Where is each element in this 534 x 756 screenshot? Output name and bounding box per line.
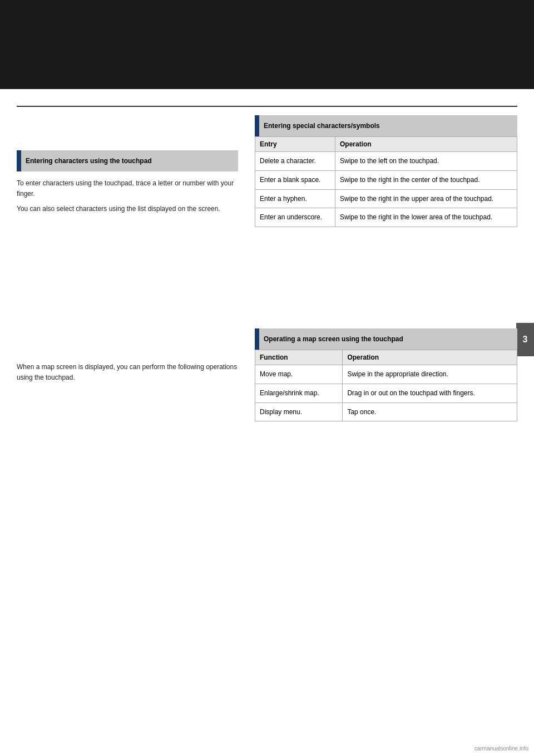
table-row: Enter a blank space.Swipe to the right i… bbox=[255, 170, 517, 189]
table1-entry-3: Enter an underscore. bbox=[255, 208, 335, 227]
table1-header-label: Entering special characters/symbols bbox=[259, 115, 517, 136]
table1-operation-2: Swipe to the right in the upper area of … bbox=[335, 189, 517, 208]
table1-blue-bar bbox=[255, 115, 259, 136]
table2-header-label: Operating a map screen using the touchpa… bbox=[259, 328, 517, 350]
table2: Function Operation Move map.Swipe in the… bbox=[255, 350, 517, 421]
table2-operation-1: Drag in or out on the touchpad with fing… bbox=[343, 384, 517, 402]
bottom-logo: carmanualsonline.info bbox=[474, 745, 528, 752]
table1-header-text: Entering special characters/symbols bbox=[264, 122, 380, 130]
table1-col-operation: Operation bbox=[335, 137, 517, 152]
left-section-header: Entering characters using the touchpad bbox=[21, 150, 238, 171]
table2-header-row: Function Operation bbox=[255, 350, 517, 365]
table2-function-1: Enlarge/shrink map. bbox=[255, 384, 343, 402]
table2-col-function: Function bbox=[255, 350, 343, 365]
page-number-tab: 3 bbox=[516, 323, 534, 356]
table2-function-2: Display menu. bbox=[255, 402, 343, 421]
left-section-blue-bar bbox=[17, 150, 21, 171]
table2-operation-0: Swipe in the appropriate direction. bbox=[343, 365, 517, 384]
left-body-text-1: To enter characters using the touchpad, … bbox=[17, 178, 244, 219]
table1-container: Entry Operation Delete a character.Swipe… bbox=[255, 136, 517, 227]
table1-entry-0: Delete a character. bbox=[255, 152, 335, 171]
table2-col-operation: Operation bbox=[343, 350, 517, 365]
table-row: Enlarge/shrink map.Drag in or out on the… bbox=[255, 384, 517, 402]
table1: Entry Operation Delete a character.Swipe… bbox=[255, 136, 517, 227]
table2-blue-bar bbox=[255, 328, 259, 350]
table2-header-text: Operating a map screen using the touchpa… bbox=[264, 335, 403, 343]
top-banner bbox=[0, 0, 534, 89]
table-row: Enter an underscore.Swipe to the right i… bbox=[255, 208, 517, 227]
divider-line bbox=[17, 106, 517, 107]
table1-entry-1: Enter a blank space. bbox=[255, 170, 335, 189]
left-section-header-label: Entering characters using the touchpad bbox=[26, 157, 152, 165]
table2-operation-2: Tap once. bbox=[343, 402, 517, 421]
table2-function-0: Move map. bbox=[255, 365, 343, 384]
table1-header-row: Entry Operation bbox=[255, 137, 517, 152]
table1-col-entry: Entry bbox=[255, 137, 335, 152]
left-para-3: When a map screen is displayed, you can … bbox=[17, 362, 244, 383]
page-container: 3 Entering characters using the touchpad… bbox=[0, 0, 534, 756]
table-row: Enter a hyphen.Swipe to the right in the… bbox=[255, 189, 517, 208]
table2-container: Function Operation Move map.Swipe in the… bbox=[255, 350, 517, 421]
page-number: 3 bbox=[523, 335, 528, 345]
table1-operation-1: Swipe to the right in the center of the … bbox=[335, 170, 517, 189]
logo-text: carmanualsonline.info bbox=[474, 745, 528, 752]
table-row: Move map.Swipe in the appropriate direct… bbox=[255, 365, 517, 384]
table1-entry-2: Enter a hyphen. bbox=[255, 189, 335, 208]
table1-operation-3: Swipe to the right in the lower area of … bbox=[335, 208, 517, 227]
left-para-1: To enter characters using the touchpad, … bbox=[17, 178, 244, 199]
table-row: Display menu.Tap once. bbox=[255, 402, 517, 421]
left-para-2: You can also select characters using the… bbox=[17, 204, 244, 214]
table1-operation-0: Swipe to the left on the touchpad. bbox=[335, 152, 517, 171]
table-row: Delete a character.Swipe to the left on … bbox=[255, 152, 517, 171]
left-body-text-2: When a map screen is displayed, you can … bbox=[17, 362, 244, 387]
